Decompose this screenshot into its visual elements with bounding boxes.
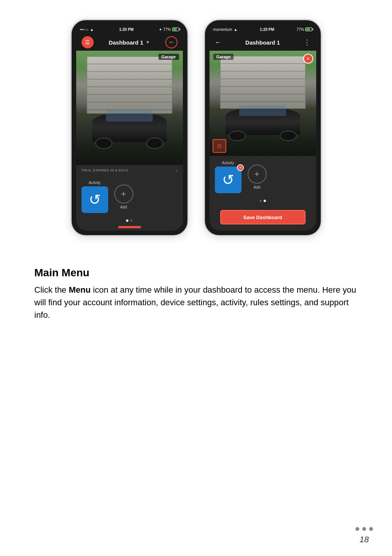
trial-text: TRIAL EXPIRES IN 9 DAYS [82,168,129,172]
phone-right-status-bar: momentum ▲ 1:20 PM 77% [210,25,316,34]
thumbnail-indicator: ⊟ [213,139,226,153]
garage-door-lines-left [87,57,172,113]
wifi-icon: ▲ [90,27,94,32]
camera-feed-left: Garage [76,51,183,165]
battery-icon-right [305,27,312,31]
garage-door-right [220,56,306,109]
add-circle-left[interactable]: + [114,184,133,203]
dropdown-arrow-left[interactable]: ▼ [146,40,150,45]
car-windshield-left [106,110,153,122]
camera-close-button-right[interactable]: ✕ [303,54,313,64]
add-circle-right[interactable]: + [248,165,267,184]
dashboard-title-left: Dashboard 1 [109,39,143,46]
bold-word: Menu [69,285,90,295]
dashboard-bottom-right: Activity ↺ ✕ + A [210,156,316,198]
save-bar: Save Dashboard [210,204,316,231]
garage-label-left: Garage [158,54,179,60]
battery-fill-right [306,28,310,30]
phone-right-app-header: ← Dashboard 1 ⋮ [210,34,316,51]
battery-percent-right: 77% [296,27,304,32]
car-wheel-right-left [146,138,163,149]
section-heading: Main Menu [34,267,358,279]
dashboard-title-right: Dashboard 1 [245,39,280,46]
status-right-right: 77% [296,27,312,32]
page-container: •••○○ ▲ 1:20 PM ✦ 77% [0,0,392,344]
signal-indicator: •••○○ [80,27,89,32]
phone-left-status-bar: •••○○ ▲ 1:20 PM ✦ 77% [76,25,183,34]
back-icon: ← [215,38,222,46]
more-button-right[interactable]: ⋮ [304,38,310,46]
trial-arrow: › [176,168,177,173]
save-dashboard-button[interactable]: Save Dashboard [220,210,306,224]
battery-icon-left [172,27,179,31]
close-icon-camera: ✕ [306,56,310,61]
status-right-left: ✦ 77% [159,27,179,32]
add-label-left: Add [120,205,127,209]
edit-button-left[interactable]: ✏ [165,36,178,48]
bottom-indicator-left [76,224,183,231]
page-dots-left [76,218,183,224]
phone-left-wrapper: •••○○ ▲ 1:20 PM ✦ 77% [70,19,189,236]
phones-section: •••○○ ▲ 1:20 PM ✦ 77% [15,8,377,255]
text-section: Main Menu Click the Menu icon at any tim… [15,255,377,336]
activity-close-icon: ✕ [239,166,242,170]
thumbnail-icon: ⊟ [217,143,222,149]
status-left-right: momentum ▲ [213,27,238,32]
edit-icon-left: ✏ [169,39,174,45]
home-indicator-left [118,226,141,228]
dot-3 [369,527,373,531]
back-button-right[interactable]: ← [215,38,222,46]
car-scene-left [76,51,183,165]
hamburger-icon: ☰ [85,39,90,45]
battery-fill-left [173,28,177,30]
phone-right-screen: momentum ▲ 1:20 PM 77% [210,25,316,231]
add-tile-left: + Add [114,184,133,209]
add-label-right: Add [254,185,261,189]
dot-active-left [126,220,128,222]
battery-percent-left: 77% [163,27,171,32]
status-time-left: 1:20 PM [119,27,134,32]
title-area-left: Dashboard 1 ▼ [109,39,150,46]
paragraph-before-bold: Click the [34,285,69,295]
phone-left-app-header: ☰ Dashboard 1 ▼ ✏ [76,34,183,51]
activity-close-btn[interactable]: ✕ [237,164,244,171]
trial-bar[interactable]: TRIAL EXPIRES IN 9 DAYS › [76,165,183,176]
page-dots-right [210,198,316,204]
add-tile-right: + Add [248,165,267,189]
status-left: •••○○ ▲ [80,27,94,32]
activity-icon-btn-left[interactable]: ↺ [82,186,108,213]
activity-widget-left: Activity ↺ [82,181,108,213]
page-footer: 18 [355,527,373,545]
menu-button-left[interactable]: ☰ [82,36,94,48]
page-number: 18 [360,535,369,545]
more-icon: ⋮ [304,38,310,46]
carrier-name: momentum [213,27,232,32]
signal-right: ▲ [234,27,238,32]
status-time-right: 1:20 PM [260,27,274,32]
three-dots [355,527,373,531]
add-icon-right: + [254,169,259,179]
car-windshield-right [239,106,286,116]
activity-widget-right: Activity ↺ ✕ [215,161,242,193]
activity-icon-left: ↺ [89,191,101,208]
activity-label-right: Activity [222,161,234,165]
dot-2 [362,527,366,531]
dashboard-bottom-left: Activity ↺ + Add [76,176,183,218]
garage-label-right: Garage [213,54,234,60]
phone-right-frame: momentum ▲ 1:20 PM 77% [204,19,322,236]
bluetooth-icon: ✦ [159,27,162,32]
car-wheel-left-left [95,138,112,149]
camera-feed-right: Garage ✕ ⊟ [210,51,316,156]
dot-1 [355,527,359,531]
phone-left-frame: •••○○ ▲ 1:20 PM ✦ 77% [70,19,189,236]
garage-door-left [87,56,172,114]
dot-inactive-right-1 [259,200,262,202]
activity-icon-right: ↺ [222,171,234,188]
garage-door-lines-right [221,56,305,108]
title-area-right: Dashboard 1 [245,39,280,46]
activity-label-left: Activity [89,181,101,185]
section-paragraph: Click the Menu icon at any time while in… [34,284,358,321]
activity-icon-btn-right[interactable]: ↺ ✕ [215,167,242,193]
dot-inactive-left [130,220,133,222]
car-wheel-left-right [229,131,246,141]
